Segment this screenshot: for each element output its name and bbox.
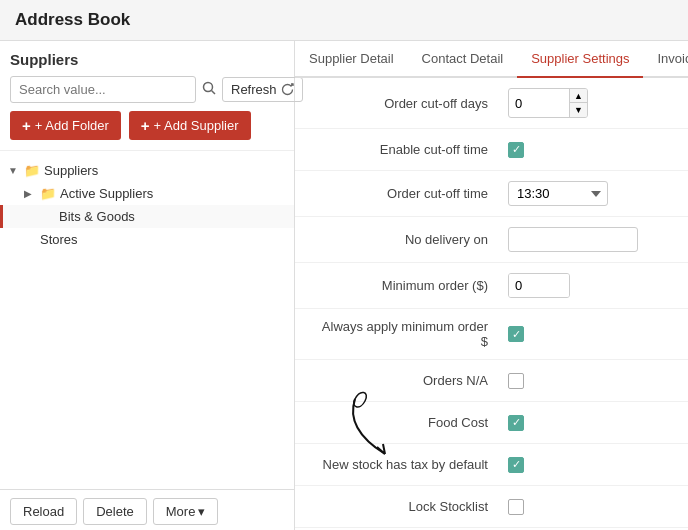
- folder-icon: 📁: [40, 186, 56, 201]
- number-input-box-min: [508, 273, 570, 298]
- tree-label-bits-goods: Bits & Goods: [59, 209, 135, 224]
- tab-bar: Supplier Detail Contact Detail Supplier …: [295, 41, 688, 78]
- row-minimum-order: Minimum order ($): [295, 263, 688, 309]
- tree-label-suppliers: Suppliers: [44, 163, 98, 178]
- row-no-delivery-on: No delivery on: [295, 217, 688, 263]
- checkbox-always-apply-minimum[interactable]: [508, 326, 524, 342]
- action-row: + + Add Folder + + Add Supplier: [10, 111, 284, 140]
- page-title: Address Book: [15, 10, 130, 29]
- search-input[interactable]: [10, 76, 196, 103]
- sidebar-footer: Reload Delete More ▾: [0, 489, 294, 530]
- spinners: ▲ ▼: [569, 89, 587, 117]
- control-minimum-order: [508, 273, 668, 298]
- control-lock-stocklist: [508, 499, 668, 515]
- checkbox-lock-stocklist[interactable]: [508, 499, 524, 515]
- tree-item-active-suppliers[interactable]: ▶ 📁 Active Suppliers: [0, 182, 294, 205]
- svg-line-1: [212, 91, 216, 95]
- label-new-stock-tax: New stock has tax by default: [315, 457, 508, 472]
- folder-icon: 📁: [24, 163, 40, 178]
- checkbox-orders-na[interactable]: [508, 373, 524, 389]
- refresh-label: Refresh: [231, 82, 277, 97]
- chevron-down-icon: ▾: [198, 504, 205, 519]
- number-input-box: ▲ ▼: [508, 88, 588, 118]
- order-cutoff-time-select[interactable]: 13:30 08:00 09:00 10:00 12:00 14:00: [508, 181, 608, 206]
- control-order-cutoff-time: 13:30 08:00 09:00 10:00 12:00 14:00: [508, 181, 668, 206]
- control-food-cost: [508, 415, 668, 431]
- tree-item-bits-goods[interactable]: Bits & Goods: [0, 205, 294, 228]
- tab-invoice-ripper[interactable]: Invoice Ripper Settings: [643, 41, 688, 78]
- search-button[interactable]: [202, 81, 216, 98]
- tree-item-suppliers[interactable]: ▼ 📁 Suppliers: [0, 159, 294, 182]
- refresh-button[interactable]: Refresh: [222, 77, 303, 102]
- label-lock-stocklist: Lock Stocklist: [315, 499, 508, 514]
- sidebar-title: Suppliers: [10, 51, 284, 68]
- row-lock-stocklist: Lock Stocklist: [295, 486, 688, 528]
- row-order-cutoff-days: Order cut-off days ▲ ▼: [295, 78, 688, 129]
- add-supplier-icon: +: [141, 117, 150, 134]
- checkbox-food-cost[interactable]: [508, 415, 524, 431]
- right-panel: Supplier Detail Contact Detail Supplier …: [295, 41, 688, 530]
- control-enable-cutoff-time: [508, 142, 668, 158]
- label-minimum-order: Minimum order ($): [315, 278, 508, 293]
- checkbox-enable-cutoff-time[interactable]: [508, 142, 524, 158]
- tab-supplier-settings[interactable]: Supplier Settings: [517, 41, 643, 78]
- main-layout: Suppliers Refresh: [0, 41, 688, 530]
- spinner-up[interactable]: ▲: [569, 89, 587, 103]
- add-folder-icon: +: [22, 117, 31, 134]
- no-delivery-on-input[interactable]: [508, 227, 638, 252]
- spinner-down[interactable]: ▼: [569, 103, 587, 117]
- chevron-right-icon: ▶: [24, 188, 36, 199]
- settings-content: Order cut-off days ▲ ▼ Enable cut-off ti…: [295, 78, 688, 530]
- delete-button[interactable]: Delete: [83, 498, 147, 525]
- delete-label: Delete: [96, 504, 134, 519]
- search-icon: [202, 81, 216, 95]
- tab-supplier-detail[interactable]: Supplier Detail: [295, 41, 408, 78]
- row-new-stock-tax: New stock has tax by default: [295, 444, 688, 486]
- label-enable-cutoff-time: Enable cut-off time: [315, 142, 508, 157]
- add-folder-button[interactable]: + + Add Folder: [10, 111, 121, 140]
- row-orders-na: Orders N/A: [295, 360, 688, 402]
- tree: ▼ 📁 Suppliers ▶ 📁 Active Suppliers Bits …: [0, 151, 294, 489]
- svg-point-0: [204, 83, 213, 92]
- control-always-apply-minimum: [508, 326, 668, 342]
- control-no-delivery-on: [508, 227, 668, 252]
- reload-button[interactable]: Reload: [10, 498, 77, 525]
- label-always-apply-minimum: Always apply minimum order $: [315, 319, 508, 349]
- sidebar-header: Suppliers Refresh: [0, 41, 294, 151]
- tree-item-stores[interactable]: Stores: [0, 228, 294, 251]
- minimum-order-input[interactable]: [509, 274, 569, 297]
- row-always-apply-minimum: Always apply minimum order $: [295, 309, 688, 360]
- add-supplier-button[interactable]: + + Add Supplier: [129, 111, 251, 140]
- row-food-cost: Food Cost: [295, 402, 688, 444]
- control-orders-na: [508, 373, 668, 389]
- sidebar: Suppliers Refresh: [0, 41, 295, 530]
- reload-label: Reload: [23, 504, 64, 519]
- label-order-cutoff-days: Order cut-off days: [315, 96, 508, 111]
- row-enable-cutoff-time: Enable cut-off time: [295, 129, 688, 171]
- label-order-cutoff-time: Order cut-off time: [315, 186, 508, 201]
- add-folder-label: + Add Folder: [35, 118, 109, 133]
- refresh-icon: [281, 83, 294, 96]
- label-orders-na: Orders N/A: [315, 373, 508, 388]
- label-food-cost: Food Cost: [315, 415, 508, 430]
- checkbox-new-stock-tax[interactable]: [508, 457, 524, 473]
- app-header: Address Book: [0, 0, 688, 41]
- order-cutoff-days-input[interactable]: [509, 92, 569, 115]
- more-label: More: [166, 504, 196, 519]
- add-supplier-label: + Add Supplier: [154, 118, 239, 133]
- control-new-stock-tax: [508, 457, 668, 473]
- control-order-cutoff-days: ▲ ▼: [508, 88, 668, 118]
- chevron-down-icon: ▼: [8, 165, 20, 176]
- tree-label-active-suppliers: Active Suppliers: [60, 186, 153, 201]
- tab-contact-detail[interactable]: Contact Detail: [408, 41, 518, 78]
- more-button[interactable]: More ▾: [153, 498, 219, 525]
- label-no-delivery-on: No delivery on: [315, 232, 508, 247]
- search-row: Refresh: [10, 76, 284, 103]
- row-order-cutoff-time: Order cut-off time 13:30 08:00 09:00 10:…: [295, 171, 688, 217]
- tree-label-stores: Stores: [40, 232, 78, 247]
